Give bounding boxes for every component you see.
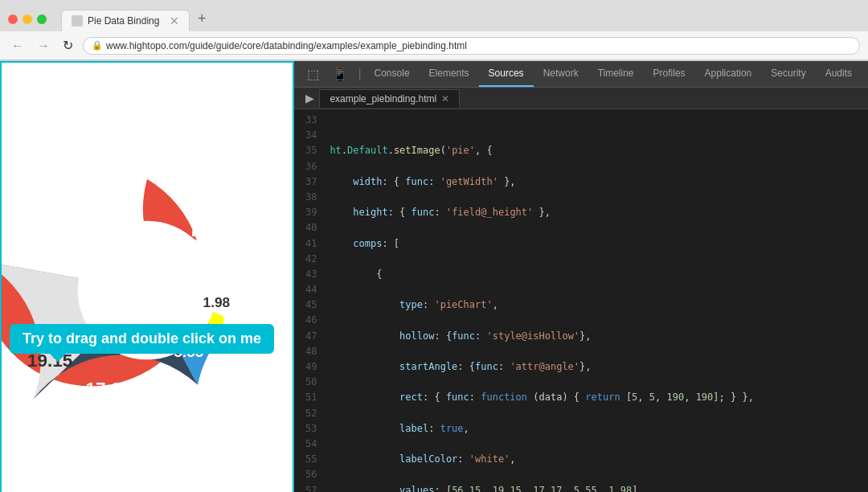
lock-icon: 🔒: [92, 40, 103, 51]
title-bar: Pie Data Binding ✕ +: [0, 0, 868, 31]
browser-tab[interactable]: Pie Data Binding ✕: [61, 10, 190, 31]
tab-timeline[interactable]: Timeline: [588, 61, 644, 87]
url-bar[interactable]: 🔒 www.hightopo.com/guide/guide/core/data…: [83, 37, 860, 55]
pie-chart-container: 56.15 19.15 17.17 5.55 1.98: [0, 137, 294, 443]
file-tab-bar: ▶ example_piebinding.html ✕: [294, 88, 868, 109]
main-area: 56.15 19.15 17.17 5.55 1.98 Try to drag …: [0, 61, 868, 492]
forward-button[interactable]: →: [34, 37, 53, 55]
devtools-mobile-icon[interactable]: 📱: [326, 62, 354, 87]
tab-close-button[interactable]: ✕: [170, 14, 179, 27]
tab-console[interactable]: Console: [365, 61, 420, 87]
new-tab-button[interactable]: +: [190, 6, 215, 31]
file-tab-arrow-icon[interactable]: ▶: [301, 88, 319, 109]
pie-label-dark: 17.17: [86, 379, 131, 399]
tooltip-bubble: Try to drag and double click on me: [10, 324, 274, 354]
maximize-button[interactable]: [37, 14, 47, 24]
tab-sources[interactable]: Sources: [479, 61, 534, 87]
devtools-tab-bar: ⬚ 📱 | Console Elements Sources Network T…: [294, 61, 868, 88]
browser-chrome: Pie Data Binding ✕ + ← → ↻ 🔒 www.hightop…: [0, 0, 868, 61]
tab-favicon: [72, 15, 83, 27]
pie-chart-panel[interactable]: 56.15 19.15 17.17 5.55 1.98 Try to drag …: [0, 61, 294, 492]
file-tab[interactable]: example_piebinding.html ✕: [319, 89, 460, 108]
file-tab-close-button[interactable]: ✕: [441, 93, 449, 105]
tab-profiles[interactable]: Profiles: [644, 61, 695, 87]
pie-label-red: 56.15: [191, 226, 236, 246]
refresh-button[interactable]: ↻: [59, 36, 76, 55]
devtools-separator: |: [354, 67, 364, 81]
pie-chart-svg: 56.15 19.15 17.17 5.55 1.98: [0, 137, 294, 443]
nav-bar: ← → ↻ 🔒 www.hightopo.com/guide/guide/cor…: [0, 31, 868, 60]
line-numbers: 33 34 35 36 37 38 39 40 41 42 43 44 45 4…: [294, 109, 323, 492]
devtools-panel: ⬚ 📱 | Console Elements Sources Network T…: [294, 61, 868, 492]
tab-bar: Pie Data Binding ✕ +: [61, 6, 215, 31]
tab-audits[interactable]: Audits: [816, 61, 862, 87]
close-button[interactable]: [8, 14, 18, 24]
tab-application[interactable]: Application: [695, 61, 762, 87]
minimize-button[interactable]: [23, 14, 32, 24]
pie-label-yellow: 1.98: [203, 294, 231, 310]
tab-title: Pie Data Binding: [88, 15, 159, 27]
devtools-inspect-icon[interactable]: ⬚: [301, 62, 326, 87]
code-content: ht.Default.setImage('pie', { width: { fu…: [323, 109, 868, 492]
traffic-lights: [8, 14, 47, 24]
file-tab-name: example_piebinding.html: [330, 93, 436, 105]
tab-elements[interactable]: Elements: [420, 61, 479, 87]
tab-security[interactable]: Security: [761, 61, 815, 87]
back-button[interactable]: ←: [8, 37, 27, 55]
url-text: www.hightopo.com/guide/guide/core/databi…: [106, 40, 467, 51]
tab-network[interactable]: Network: [534, 61, 588, 87]
code-area[interactable]: 33 34 35 36 37 38 39 40 41 42 43 44 45 4…: [294, 109, 868, 492]
